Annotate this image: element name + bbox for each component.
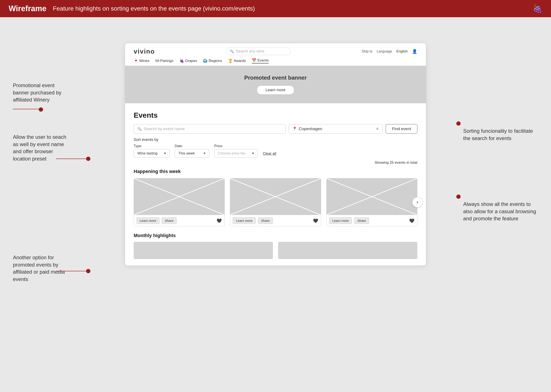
sort-date-select[interactable]: This week ▾ <box>175 149 209 157</box>
sort-date-group: Date: This week ▾ <box>175 144 209 157</box>
card-share-button-3[interactable]: Share <box>354 217 369 224</box>
annotation-promo-text: Promotional event banner purchased by af… <box>13 82 71 104</box>
regions-icon: 🌍 <box>203 58 207 63</box>
heart-icon-3[interactable]: 🖤 <box>409 218 415 223</box>
pairings-icon: 🍽 <box>155 59 159 63</box>
event-card-footer-1: Learn more Share 🖤 <box>134 215 225 226</box>
clear-all-button[interactable]: Clear all <box>263 151 276 157</box>
sort-price-label: Price: <box>214 144 258 148</box>
card-learn-more-button-1[interactable]: Learn more <box>136 217 160 224</box>
nav-pairings[interactable]: 🍽 Pairings <box>155 59 173 63</box>
heart-icon-2[interactable]: 🖤 <box>313 218 318 223</box>
brand-label: Wireframe <box>9 4 47 13</box>
card-share-button-1[interactable]: Share <box>162 217 177 224</box>
language-label: Language <box>377 49 392 53</box>
header-bar: Wireframe Feature highlights on sorting … <box>0 0 551 17</box>
search-icon: 🔍 <box>230 49 234 53</box>
sort-label: Sort events by <box>134 138 417 142</box>
events-icon: 📅 <box>252 58 256 63</box>
location-input-left: 📍 Copenhagen <box>292 126 322 131</box>
annotations-right: Sorting funcionality to facilitate the s… <box>456 17 538 392</box>
event-card-image-1 <box>134 178 225 215</box>
pairings-label: Pairings <box>160 59 173 63</box>
location-pin-icon: 📍 <box>292 126 297 131</box>
card-learn-more-button-2[interactable]: Learn more <box>233 217 256 224</box>
language-value: English <box>396 49 408 53</box>
wines-icon: 🍷 <box>134 58 138 63</box>
event-card-footer-3: Learn more Share 🖤 <box>326 215 417 226</box>
awards-label: Awards <box>234 59 246 63</box>
annotation-monthly-arrow <box>56 269 90 273</box>
monthly-card-1 <box>134 242 273 259</box>
card-learn-more-button-3[interactable]: Learn more <box>329 217 352 224</box>
event-card-1: Learn more Share 🖤 <box>134 178 225 226</box>
nav-events[interactable]: 📅 Events <box>252 58 268 63</box>
regions-label: Regions <box>209 59 222 63</box>
chevron-down-icon-date: ▾ <box>204 151 205 155</box>
event-card-2: Learn more Share 🖤 <box>230 178 321 226</box>
annotation-promo-dot <box>39 107 43 112</box>
promo-banner-title: Promoted event banner <box>244 74 307 81</box>
event-location-input[interactable]: 📍 Copenhagen ✕ <box>289 124 383 134</box>
sort-date-label: Date: <box>175 144 209 148</box>
search-icon: 🔍 <box>137 127 142 131</box>
heart-icon-1[interactable]: 🖤 <box>217 218 222 223</box>
find-event-button[interactable]: Find event <box>386 124 417 134</box>
annotation-promo-line <box>13 109 39 109</box>
placeholder-image-2 <box>230 178 321 215</box>
sort-price-placeholder: Choose price tier <box>218 151 246 155</box>
placeholder-image-3 <box>326 178 417 215</box>
annotation-browsing-text: Always show all the events to also allow… <box>463 201 538 222</box>
events-section: Events 🔍 Search by event name 📍 Copenhag… <box>125 103 426 266</box>
wines-label: Wines <box>139 59 149 63</box>
event-search-placeholder: Search by event name <box>144 126 185 131</box>
annotation-browsing: Always show all the events to also allow… <box>456 194 538 222</box>
nav-grapes[interactable]: 🍇 Grapes <box>179 58 197 63</box>
vivino-nav-links: 🍷 Wines 🍽 Pairings 🍇 Grapes 🌍 Regions 🏆 <box>134 58 417 63</box>
sort-type-value: Wine tasting <box>137 151 158 155</box>
event-card-footer-2: Learn more Share 🖤 <box>230 215 321 226</box>
vivino-search-bar[interactable]: 🔍 Search any wine <box>226 48 290 55</box>
sort-price-select[interactable]: Choose price tier ▾ <box>214 149 258 157</box>
nav-wines[interactable]: 🍷 Wines <box>134 58 149 63</box>
annotation-sorting-text: Sorting funcionality to facilitate the s… <box>463 127 538 142</box>
event-card-3: Learn more Share 🖤 <box>326 178 417 226</box>
header-subtitle: Feature highlights on sorting events on … <box>53 5 255 12</box>
event-card-image-2 <box>230 178 321 215</box>
event-cards-row: Learn more Share 🖤 <box>134 178 417 226</box>
showing-count: Showing 25 events in total <box>134 161 417 165</box>
vivino-nav: vivino 🔍 Search any wine Ship to Languag… <box>125 43 426 66</box>
event-name-search[interactable]: 🔍 Search by event name <box>134 124 286 134</box>
sort-controls: Type: Wine tasting ▾ Date: This week ▾ P… <box>134 144 417 157</box>
ship-to-label: Ship to <box>362 49 373 53</box>
vivino-search-placeholder: Search any wine <box>236 49 264 54</box>
sort-type-select[interactable]: Wine tasting ▾ <box>134 149 170 157</box>
annotation-promo: Promotional event banner purchased by af… <box>13 82 71 112</box>
location-clear-button[interactable]: ✕ <box>376 126 379 131</box>
placeholder-image-1 <box>134 178 225 215</box>
chevron-down-icon: ▾ <box>164 151 166 155</box>
annotation-monthly-text: Another option for promoted events by af… <box>13 254 71 283</box>
next-arrow-button[interactable]: › <box>412 197 423 207</box>
nav-regions[interactable]: 🌍 Regions <box>203 58 222 63</box>
events-label: Events <box>257 58 268 63</box>
promo-learn-more-button[interactable]: Learn more <box>257 85 294 95</box>
annotation-search-arrow <box>56 157 90 161</box>
user-icon[interactable]: 👤 <box>412 49 417 54</box>
sort-type-label: Type: <box>134 144 170 148</box>
sort-type-group: Type: Wine tasting ▾ <box>134 144 170 157</box>
grapes-label: Grapes <box>185 59 197 63</box>
vivino-nav-top: vivino 🔍 Search any wine Ship to Languag… <box>134 48 417 55</box>
vivino-logo: vivino <box>134 48 155 55</box>
events-search-bar: 🔍 Search by event name 📍 Copenhagen ✕ Fi… <box>134 124 417 134</box>
card-share-button-2[interactable]: Share <box>258 217 273 224</box>
chevron-down-icon-price: ▾ <box>252 151 254 155</box>
main-canvas: Promotional event banner purchased by af… <box>0 17 551 392</box>
grape-icon: 🍇 <box>533 4 542 13</box>
nav-awards[interactable]: 🏆 Awards <box>228 58 246 63</box>
monthly-highlights-title: Monthly highlights <box>134 233 417 238</box>
monthly-cards-row <box>134 242 417 259</box>
monthly-card-2 <box>278 242 417 259</box>
annotations-left: Promotional event banner purchased by af… <box>13 17 86 392</box>
promo-banner: Promoted event banner Learn more <box>125 66 426 103</box>
